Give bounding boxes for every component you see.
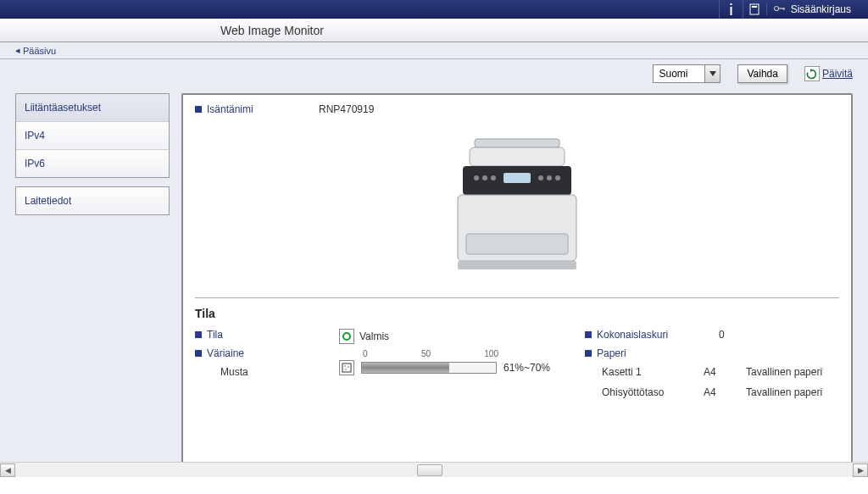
language-value: Suomi [654,68,704,80]
sidebar-item-interface-settings[interactable]: Liitäntäasetukset [16,94,169,122]
svg-point-14 [482,175,487,180]
refresh-icon [804,66,820,81]
svg-rect-12 [504,173,531,183]
svg-rect-2 [750,4,759,14]
svg-rect-21 [458,261,576,269]
toner-icon [339,360,354,375]
breadcrumb-home[interactable]: Pääsivu [23,46,56,56]
breadcrumb: ◂ Pääsivu [0,42,868,59]
sidebar-item-device-info[interactable]: Laitetiedot [16,187,169,214]
top-bar: Sisäänkirjaus [0,0,868,19]
scroll-track[interactable] [15,463,853,477]
sidebar-item-ipv4[interactable]: IPv4 [16,122,169,150]
toner-row: 61%~70% [339,360,568,375]
main-panel-wrap: Isäntänimi RNP470919 [170,59,868,477]
svg-rect-22 [342,364,351,372]
admin-icon[interactable] [743,0,766,19]
key-icon [774,3,786,15]
scroll-right-arrow[interactable]: ▶ [853,463,868,477]
app-title: Web Image Monitor [220,24,324,37]
main-panel: Isäntänimi RNP470919 [181,93,853,466]
toolbar: Suomi Vaihda Päivitä [653,64,853,83]
divider [195,297,839,298]
svg-point-18 [555,175,560,180]
svg-marker-8 [810,69,813,72]
host-row: Isäntänimi RNP470919 [195,103,839,115]
paper-row-1: Kasetti 1 A4 Tavallinen paperi [585,366,839,378]
paper-table: Kasetti 1 A4 Tavallinen paperi Ohisyöttö… [585,366,839,398]
chevron-down-icon[interactable] [704,65,720,82]
svg-rect-9 [475,139,559,147]
login-label: Sisäänkirjaus [791,3,851,15]
svg-point-17 [547,175,552,180]
svg-point-13 [474,175,479,180]
login-button[interactable]: Sisäänkirjaus [766,3,858,15]
toner-bar [361,362,497,374]
toner-color-label: Musta [195,366,322,378]
toner-percent: 61%~70% [504,362,550,374]
svg-point-15 [491,175,496,180]
breadcrumb-caret: ◂ [15,45,20,56]
svg-point-24 [348,366,348,367]
svg-rect-0 [730,3,732,5]
svg-point-4 [774,7,778,11]
svg-point-16 [538,175,543,180]
svg-rect-6 [783,8,784,10]
scroll-thumb[interactable] [417,464,442,476]
switch-button[interactable]: Vaihda [737,64,787,83]
refresh-button[interactable]: Päivitä [804,66,853,81]
info-icon[interactable] [719,0,743,19]
status-title: Tila [195,307,839,320]
counter-value: 0 [719,329,725,341]
host-value: RNP470919 [319,103,374,115]
svg-rect-3 [752,6,757,8]
svg-rect-1 [730,7,732,15]
title-bar: Web Image Monitor [0,19,868,42]
state-label-row: Tila [195,329,322,341]
counter-row: Kokonaislaskuri 0 [585,329,839,341]
ok-icon [339,329,354,344]
printer-image [195,132,839,285]
svg-point-25 [345,369,346,369]
sidebar-group-device: Laitetiedot [15,186,170,215]
paper-label-row: Paperi [585,347,839,359]
toner-label-row: Väriaine [195,347,322,359]
sidebar: Liitäntäasetukset IPv4 IPv6 Laitetiedot [0,59,170,477]
svg-marker-7 [709,71,716,76]
svg-rect-10 [470,147,565,166]
status-value: Valmis [359,330,389,342]
status-ready: Valmis [339,329,568,344]
paper-row-2: Ohisyöttötaso A4 Tavallinen paperi [585,386,839,398]
status-grid: Tila Väriaine Musta Valmis 0 50 [195,329,839,407]
svg-point-23 [344,365,345,366]
refresh-label: Päivitä [822,68,853,80]
svg-rect-20 [466,234,568,254]
toner-scale: 0 50 100 [363,349,498,358]
sidebar-item-ipv6[interactable]: IPv6 [16,150,169,177]
sidebar-group-interface: Liitäntäasetukset IPv4 IPv6 [15,93,170,178]
scroll-left-arrow[interactable]: ◀ [0,463,15,477]
host-label: Isäntänimi [195,103,305,115]
horizontal-scrollbar[interactable]: ◀ ▶ [0,462,868,477]
content-area: Suomi Vaihda Päivitä Liitäntäasetukset I… [0,59,868,477]
language-select[interactable]: Suomi [653,64,721,83]
